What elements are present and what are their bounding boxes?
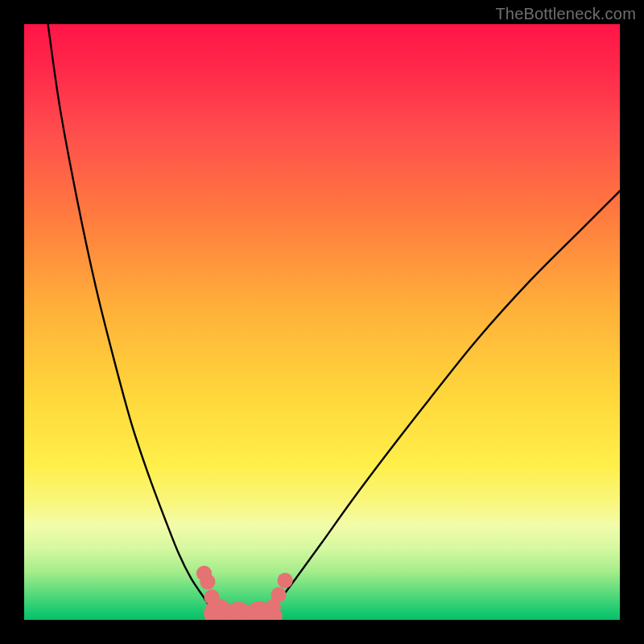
chart-frame: TheBottleneck.com <box>0 0 644 644</box>
bottleneck-curve-chart <box>24 24 620 620</box>
data-marker <box>278 573 293 588</box>
curve-left-branch <box>48 24 227 618</box>
plot-area <box>24 24 620 620</box>
data-marker <box>200 574 215 589</box>
watermark-text: TheBottleneck.com <box>495 5 636 23</box>
curve-right-branch <box>262 191 620 618</box>
data-marker <box>270 587 286 602</box>
